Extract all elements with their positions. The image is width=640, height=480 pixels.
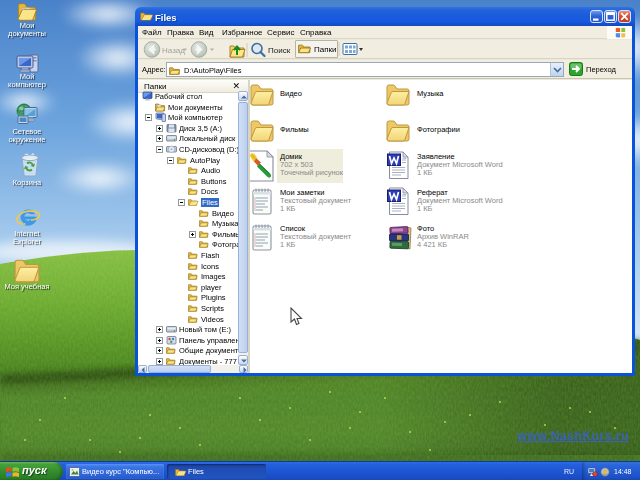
svg-text:Назад: Назад xyxy=(162,46,185,55)
svg-text:www.NashKurs.ru: www.NashKurs.ru xyxy=(516,429,629,443)
svg-text:Поиск: Поиск xyxy=(268,46,291,55)
